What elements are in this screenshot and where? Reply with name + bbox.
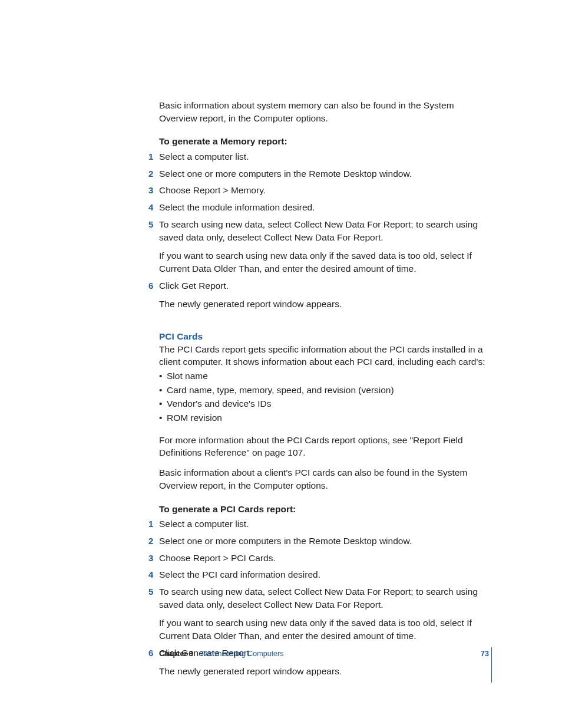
- memory-steps-list: Select a computer list. Select one or mo…: [159, 150, 489, 315]
- step-text: Select a computer list.: [159, 151, 249, 162]
- step-subtext: If you want to search using new data onl…: [159, 617, 489, 642]
- list-item: ROM revision: [167, 411, 489, 426]
- footer-left: Chapter 3 Administering Computers: [159, 650, 283, 658]
- step-text: To search using new data, select Collect…: [159, 587, 478, 610]
- footer-section-title: Administering Computers: [201, 650, 283, 658]
- step-subtext: The newly generated report window appear…: [159, 665, 489, 678]
- step-subtext: If you want to search using new data onl…: [159, 249, 489, 275]
- pci-report-heading: To generate a PCI Cards report:: [159, 503, 489, 516]
- memory-report-heading: To generate a Memory report:: [159, 135, 489, 148]
- list-item: Choose Report > PCI Cards.: [159, 552, 489, 569]
- step-subtext: The newly generated report window appear…: [159, 298, 489, 311]
- pci-cards-heading: PCI Cards: [159, 330, 489, 343]
- step-text: Select the PCI card information desired.: [159, 569, 320, 579]
- list-item: Card name, type, memory, speed, and revi…: [167, 384, 489, 398]
- list-item: Select one or more computers in the Remo…: [159, 535, 489, 552]
- page-footer: Chapter 3 Administering Computers 73: [159, 650, 489, 658]
- list-item: To search using new data, select Collect…: [159, 218, 489, 279]
- list-item: Vendor's and device's IDs: [167, 397, 489, 411]
- footer-page-number: 73: [481, 650, 489, 658]
- list-item: Select the module information desired.: [159, 201, 489, 218]
- step-text: Select a computer list.: [159, 519, 249, 529]
- pci-more-info-paragraph: For more information about the PCI Cards…: [159, 434, 489, 459]
- pci-basic-info-paragraph: Basic information about a client's PCI c…: [159, 466, 489, 492]
- list-item: To search using new data, select Collect…: [159, 585, 489, 647]
- list-item: Select the PCI card information desired.: [159, 568, 489, 585]
- memory-intro-paragraph: Basic information about system memory ca…: [159, 99, 489, 124]
- footer-chapter: Chapter 3: [159, 650, 193, 658]
- pci-intro-paragraph: The PCI Cards report gets specific infor…: [159, 343, 489, 368]
- pci-bullets: Slot name Card name, type, memory, speed…: [159, 370, 489, 426]
- list-item: Select one or more computers in the Remo…: [159, 167, 489, 185]
- step-text: To search using new data, select Collect…: [159, 219, 478, 242]
- step-text: Select the module information desired.: [159, 202, 315, 212]
- list-item: Select a computer list.: [159, 518, 489, 535]
- list-item: Slot name: [167, 370, 489, 384]
- step-text: Select one or more computers in the Remo…: [159, 169, 412, 179]
- step-text: Choose Report > Memory.: [159, 185, 266, 195]
- list-item: Choose Report > Memory.: [159, 184, 489, 201]
- list-item: Select a computer list.: [159, 150, 489, 167]
- step-text: Select one or more computers in the Remo…: [159, 536, 412, 546]
- step-text: Click Get Report.: [159, 281, 229, 291]
- list-item: Click Get Report. The newly generated re…: [159, 279, 489, 315]
- page-body: Basic information about system memory ca…: [159, 99, 489, 689]
- footer-rule: [491, 647, 492, 683]
- step-text: Choose Report > PCI Cards.: [159, 553, 276, 563]
